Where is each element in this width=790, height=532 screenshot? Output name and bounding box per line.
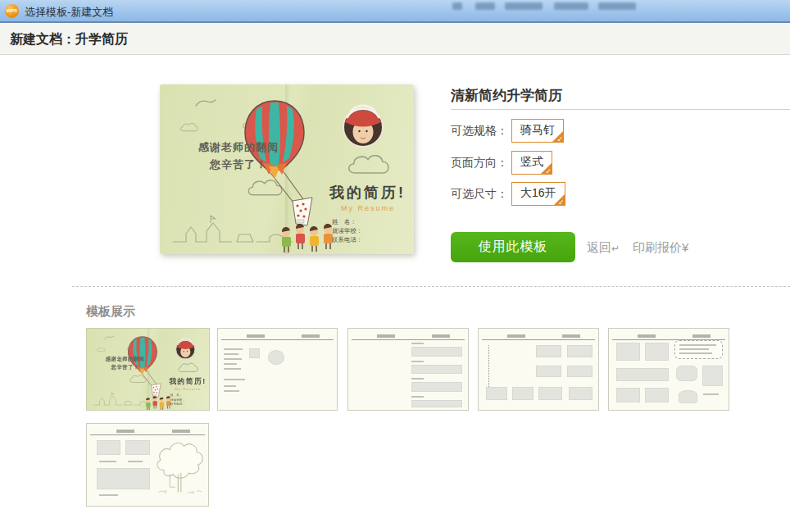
placeholder-text (224, 368, 240, 370)
back-link[interactable]: 返回↵ (587, 240, 620, 256)
placeholder-block (125, 440, 150, 455)
placeholder-text (224, 353, 238, 355)
divider (221, 339, 333, 340)
print-quote-link[interactable]: 印刷报价¥ (633, 240, 688, 256)
placeholder-block (569, 387, 592, 400)
placeholder-text (411, 343, 424, 344)
placeholder-text (679, 344, 716, 346)
window-titlebar[interactable]: WPS 选择模板-新建文档 (0, 0, 790, 23)
placeholder-heading (692, 334, 711, 338)
use-template-button[interactable]: 使用此模板 (451, 232, 575, 262)
placeholder-block (645, 343, 669, 361)
placeholder-block (645, 388, 669, 402)
placeholder-text (224, 358, 242, 360)
placeholder-block (616, 368, 669, 382)
return-arrow-icon: ↵ (611, 243, 620, 254)
cover-form-fields: 姓 名： 就读学校： 联系电话： (170, 393, 185, 407)
placeholder-text (224, 390, 239, 392)
placeholder-text (703, 393, 719, 395)
size-label: 可选尺寸： (451, 187, 510, 202)
placeholder-block (536, 345, 561, 357)
placeholder-speech-bubble (674, 340, 722, 359)
template-cover-preview: 感谢老师的翻阅 您辛苦了！ 我的简历! My Resume 姓 名： 就读学校：… (160, 84, 414, 254)
background-window-artifact (505, 2, 543, 10)
placeholder-block (512, 387, 533, 400)
placeholder-text (411, 361, 424, 362)
template-dialog: WPS 选择模板-新建文档 新建文档：升学简历 (0, 0, 790, 532)
background-window-artifact (475, 2, 495, 10)
gallery-heading: 模板展示 (86, 304, 135, 320)
cover-thanks-text: 感谢老师的翻阅 您辛苦了！ (181, 139, 296, 173)
cover-thanks-text: 感谢老师的翻阅 您辛苦了！ (98, 355, 153, 371)
placeholder-text (679, 352, 713, 354)
window-title: 选择模板-新建文档 (25, 5, 113, 20)
placeholder-block (486, 387, 507, 400)
placeholder-block (538, 387, 562, 400)
placeholder-heading (377, 334, 395, 338)
thumbnail-page-grid[interactable] (478, 328, 599, 411)
placeholder-avatar (268, 350, 284, 365)
placeholder-block (411, 382, 461, 392)
background-window-artifact (598, 2, 636, 10)
placeholder-heading (507, 334, 525, 338)
placeholder-heading (116, 430, 134, 433)
placeholder-heading (432, 334, 450, 338)
spec-label: 可选规格： (451, 124, 510, 139)
placeholder-text (128, 461, 143, 462)
divider (451, 109, 790, 110)
cover-artwork-mini: 感谢老师的翻阅 您辛苦了！ 我的简历! My Resume 姓 名： 就读学校：… (87, 329, 210, 411)
student-photo-mini (176, 339, 195, 358)
background-window-artifact (554, 2, 588, 10)
placeholder-heading (638, 334, 656, 338)
placeholder-text (224, 385, 236, 387)
placeholder-text (99, 494, 119, 496)
cover-resume-subtitle: My Resume (175, 387, 201, 391)
orientation-option-row: 页面方向： 竖式 ✓ (451, 151, 552, 175)
check-icon: ✓ (556, 136, 563, 143)
thumbnail-page-mixed[interactable] (608, 328, 729, 411)
placeholder-heading (562, 334, 580, 338)
check-icon: ✓ (558, 199, 565, 207)
divider (482, 339, 594, 340)
student-photo (343, 106, 383, 147)
orientation-select[interactable]: 竖式 ✓ (511, 151, 552, 175)
cover-resume-subtitle: My Resume (341, 204, 395, 212)
placeholder-text (679, 348, 710, 350)
placeholder-block (676, 366, 697, 382)
thumbnail-page-form-rows[interactable] (347, 328, 469, 411)
placeholder-block (411, 400, 461, 407)
placeholder-heading (302, 334, 320, 338)
page-title: 新建文档：升学简历 (10, 31, 128, 48)
placeholder-text (224, 379, 245, 380)
divider (352, 339, 464, 340)
placeholder-block (679, 390, 697, 403)
placeholder-block (616, 388, 640, 402)
placeholder-text (224, 363, 237, 365)
placeholder-text (411, 396, 424, 398)
placeholder-list (488, 345, 489, 387)
placeholder-block (536, 366, 561, 378)
placeholder-block (616, 343, 640, 361)
spec-select[interactable]: 骑马钉 ✓ (511, 119, 564, 143)
thumbnail-page-profile[interactable] (217, 328, 338, 411)
placeholder-block (567, 366, 592, 378)
cover-artwork: 感谢老师的翻阅 您辛苦了！ 我的简历! My Resume 姓 名： 就读学校：… (160, 84, 414, 254)
dashed-separator (72, 286, 790, 287)
check-icon: ✓ (545, 168, 552, 175)
thumbnail-cover-page[interactable]: 感谢老师的翻阅 您辛苦了！ 我的简历! My Resume 姓 名： 就读学校：… (86, 328, 210, 411)
tree-illustration (152, 432, 205, 502)
placeholder-text (411, 378, 424, 380)
placeholder-block (567, 345, 592, 357)
size-select[interactable]: 大16开 ✓ (511, 182, 565, 206)
placeholder-block (97, 440, 121, 455)
template-name: 清新简约升学简历 (451, 86, 562, 105)
background-window-artifact (452, 2, 462, 10)
placeholder-block (411, 365, 461, 375)
size-option-row: 可选尺寸： 大16开 ✓ (451, 182, 565, 206)
page-header: 新建文档：升学简历 (0, 23, 790, 55)
placeholder-heading (247, 334, 265, 338)
spec-option-row: 可选规格： 骑马钉 ✓ (451, 119, 564, 143)
thumbnail-page-tree[interactable] (86, 423, 209, 507)
cover-resume-title: 我的简历! (329, 183, 406, 202)
orientation-label: 页面方向： (451, 156, 510, 171)
